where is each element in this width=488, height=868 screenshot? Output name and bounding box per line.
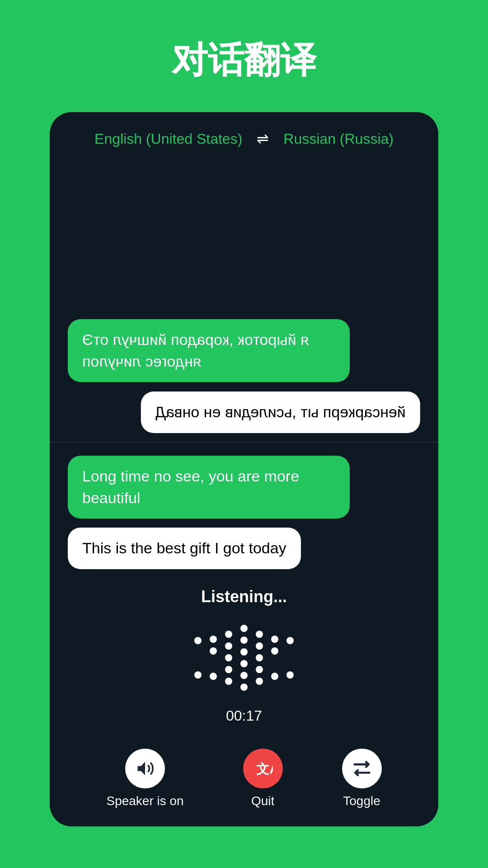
dot — [194, 637, 202, 644]
toggle-icon-bg — [342, 749, 382, 788]
dot — [240, 684, 248, 691]
speaker-label: Speaker is on — [106, 794, 183, 808]
messages-upper: Это лучший подарок, который я получил се… — [50, 161, 438, 442]
lang-left[interactable]: English (United States) — [94, 131, 242, 147]
quit-label: Quit — [251, 794, 274, 808]
dot — [256, 642, 263, 650]
toggle-icon — [352, 759, 372, 778]
message-en-1: Long time no see, you are more beautiful — [68, 456, 350, 519]
timer-display: 00:17 — [226, 708, 262, 724]
lang-right[interactable]: Russian (Russia) — [283, 131, 394, 147]
page-title: 对话翻译 — [172, 36, 316, 85]
dot — [271, 673, 278, 680]
dot — [256, 678, 263, 685]
dot — [240, 648, 248, 656]
wave-col-5 — [256, 631, 263, 685]
dot — [240, 637, 248, 644]
wave-col-1 — [194, 637, 202, 679]
waveform — [194, 617, 294, 698]
dot — [286, 637, 294, 644]
dot — [256, 654, 263, 661]
dot — [240, 660, 248, 667]
svg-text:文A: 文A — [256, 761, 273, 776]
wave-col-6 — [271, 636, 278, 680]
dot — [225, 678, 232, 685]
wave-col-7 — [286, 637, 294, 679]
dot — [271, 647, 278, 655]
main-card: English (United States) ⇌ Russian (Russi… — [50, 112, 438, 826]
dot — [210, 673, 217, 680]
toggle-button[interactable]: Toggle — [342, 749, 382, 808]
toggle-label: Toggle — [343, 794, 380, 808]
message-ru-1: Это лучший подарок, который я получил се… — [68, 319, 350, 382]
quit-icon-bg: 文A — [243, 749, 283, 788]
message-ru-2: Давно не виделись, ты прекрасней — [141, 392, 420, 433]
message-en-2: This is the best gift I got today — [68, 528, 301, 569]
dot — [194, 671, 202, 679]
messages-lower: Long time no see, you are more beautiful… — [50, 442, 438, 578]
dot — [225, 654, 232, 661]
speaker-icon — [135, 759, 155, 778]
speaker-icon-bg — [125, 749, 165, 788]
dot — [286, 671, 294, 679]
dot — [225, 631, 232, 638]
dot — [240, 625, 248, 632]
dot — [225, 642, 232, 650]
dot — [240, 672, 248, 679]
wave-col-2 — [210, 636, 217, 680]
language-header: English (United States) ⇌ Russian (Russi… — [50, 112, 438, 161]
translate-icon: 文A — [253, 759, 273, 778]
dot — [256, 631, 263, 638]
speaker-button[interactable]: Speaker is on — [106, 749, 183, 808]
swap-icon[interactable]: ⇌ — [257, 130, 269, 147]
dot — [210, 636, 217, 643]
listening-label: Listening... — [201, 587, 287, 606]
dot — [225, 666, 232, 673]
quit-button[interactable]: 文A Quit — [243, 749, 283, 808]
wave-col-3 — [225, 631, 232, 685]
dot — [271, 636, 278, 643]
listening-section: Listening... — [50, 578, 438, 740]
bottom-bar: Speaker is on 文A Quit Toggle — [50, 740, 438, 826]
dot — [210, 647, 217, 655]
wave-col-4 — [240, 625, 248, 691]
dot — [256, 666, 263, 673]
